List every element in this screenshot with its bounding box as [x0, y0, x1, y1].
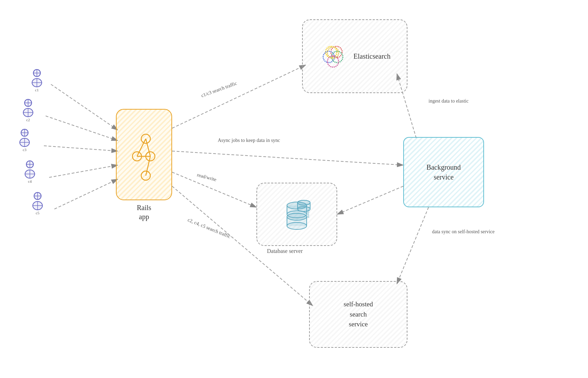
- svg-line-4: [44, 146, 118, 151]
- svg-line-6: [54, 179, 118, 209]
- svg-text:Redis: Redis: [306, 209, 310, 218]
- svg-line-13: [397, 207, 429, 284]
- self-hosted-search-box: self-hosted search service: [309, 281, 407, 348]
- architecture-diagram: c1 c2 c3: [0, 0, 588, 378]
- svg-line-8: [172, 151, 403, 165]
- async-jobs-label: Async jobs to keep data in sync: [218, 137, 280, 144]
- svg-point-72: [298, 200, 310, 205]
- svg-line-44: [137, 139, 146, 156]
- read-write-label: read/write: [196, 171, 217, 183]
- background-service-label: Background service: [426, 162, 461, 182]
- rails-app-box: [116, 109, 172, 200]
- database-server-label: Database server: [267, 248, 303, 254]
- svg-line-3: [46, 116, 118, 141]
- ingest-elastic-label: ingest data to elastic: [429, 98, 469, 105]
- user-c1: c1: [28, 69, 46, 92]
- user-c2: c2: [19, 98, 37, 122]
- self-hosted-search-label: self-hosted search service: [344, 299, 373, 330]
- svg-line-2: [51, 84, 118, 130]
- database-server-box: Redis: [256, 183, 337, 246]
- user-c3: c3: [16, 128, 33, 152]
- background-service-box: Background service: [403, 137, 484, 207]
- c2c4c5-search-label: c2, c4, c5 search traffic: [187, 216, 231, 240]
- elasticsearch-label: Elasticsearch: [353, 52, 391, 60]
- data-sync-label: data sync on self-hosted service: [432, 228, 495, 235]
- c1c3-search-label: c1/c3 search traffic: [200, 80, 238, 99]
- svg-line-5: [49, 165, 118, 177]
- svg-line-7: [172, 65, 306, 128]
- user-c4: c4: [21, 160, 39, 183]
- elasticsearch-box: Elasticsearch: [302, 19, 407, 93]
- rails-app-label: Rails app: [116, 203, 172, 221]
- svg-line-12: [337, 186, 403, 214]
- user-c5: c5: [29, 191, 46, 215]
